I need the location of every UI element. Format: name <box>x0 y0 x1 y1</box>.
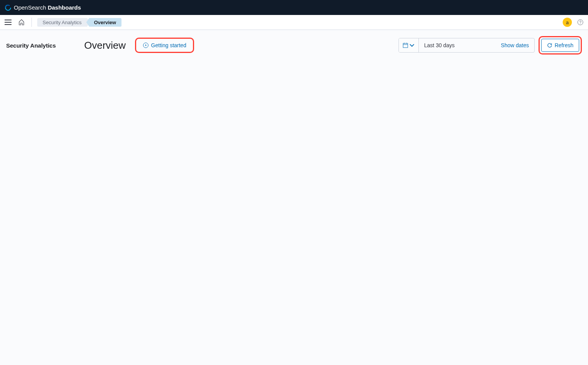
menu-toggle[interactable] <box>5 20 12 25</box>
home-icon[interactable] <box>18 19 25 25</box>
app-name: OpenSearch Dashboards <box>14 4 81 11</box>
user-avatar[interactable]: a <box>563 18 572 27</box>
date-picker[interactable]: Last 30 days Show dates <box>399 38 535 53</box>
getting-started-label: Getting started <box>151 42 186 48</box>
top-header: OpenSearch Dashboards <box>0 0 588 15</box>
getting-started-button[interactable]: Getting started <box>137 40 192 51</box>
refresh-icon <box>547 43 552 48</box>
page-content: Security Analytics Overview Getting star… <box>0 30 588 55</box>
refresh-label: Refresh <box>555 42 573 48</box>
svg-text:?: ? <box>579 20 581 25</box>
page-section-label: Security Analytics <box>6 42 56 49</box>
calendar-button[interactable] <box>399 38 419 52</box>
breadcrumb-security-analytics[interactable]: Security Analytics <box>37 18 90 27</box>
page-header: Security Analytics Overview Getting star… <box>0 30 588 55</box>
highlight-refresh: Refresh <box>539 36 582 55</box>
help-icon[interactable]: ? <box>577 19 583 25</box>
app-logo[interactable]: OpenSearch Dashboards <box>5 4 81 11</box>
separator <box>31 18 32 27</box>
date-range-text: Last 30 days <box>419 42 496 48</box>
show-dates-link[interactable]: Show dates <box>496 42 534 48</box>
compass-icon <box>143 42 149 48</box>
highlight-getting-started: Getting started <box>135 38 194 53</box>
breadcrumb-overview[interactable]: Overview <box>86 18 122 27</box>
secondary-bar: Security Analytics Overview a ? <box>0 15 588 30</box>
opensearch-icon <box>5 4 12 11</box>
breadcrumb: Security Analytics Overview <box>37 18 122 27</box>
svg-rect-5 <box>403 43 408 48</box>
chevron-down-icon <box>409 43 415 48</box>
calendar-icon <box>403 43 408 48</box>
page-title: Overview <box>84 40 126 51</box>
refresh-button[interactable]: Refresh <box>541 39 579 52</box>
